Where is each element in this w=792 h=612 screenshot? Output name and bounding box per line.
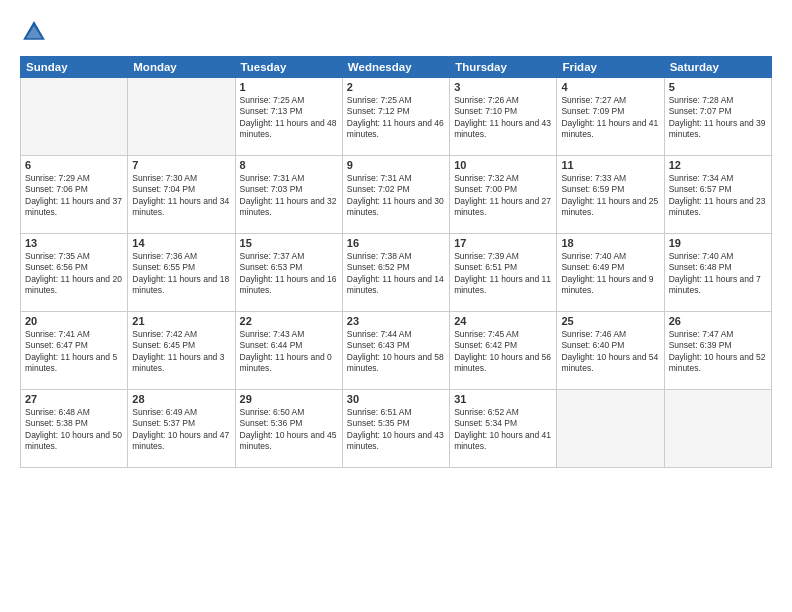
cell-info: Sunrise: 7:32 AMSunset: 7:00 PMDaylight:… xyxy=(454,173,552,219)
day-number: 3 xyxy=(454,81,552,93)
day-cell: 6Sunrise: 7:29 AMSunset: 7:06 PMDaylight… xyxy=(21,156,128,234)
day-number: 30 xyxy=(347,393,445,405)
day-cell: 20Sunrise: 7:41 AMSunset: 6:47 PMDayligh… xyxy=(21,312,128,390)
day-number: 8 xyxy=(240,159,338,171)
cell-info: Sunrise: 7:47 AMSunset: 6:39 PMDaylight:… xyxy=(669,329,767,375)
day-cell: 13Sunrise: 7:35 AMSunset: 6:56 PMDayligh… xyxy=(21,234,128,312)
header-cell-friday: Friday xyxy=(557,57,664,78)
day-cell: 9Sunrise: 7:31 AMSunset: 7:02 PMDaylight… xyxy=(342,156,449,234)
calendar-body: 1Sunrise: 7:25 AMSunset: 7:13 PMDaylight… xyxy=(21,78,772,468)
day-number: 21 xyxy=(132,315,230,327)
day-cell: 25Sunrise: 7:46 AMSunset: 6:40 PMDayligh… xyxy=(557,312,664,390)
day-cell: 18Sunrise: 7:40 AMSunset: 6:49 PMDayligh… xyxy=(557,234,664,312)
day-number: 11 xyxy=(561,159,659,171)
cell-info: Sunrise: 6:51 AMSunset: 5:35 PMDaylight:… xyxy=(347,407,445,453)
cell-info: Sunrise: 6:52 AMSunset: 5:34 PMDaylight:… xyxy=(454,407,552,453)
day-number: 19 xyxy=(669,237,767,249)
day-number: 23 xyxy=(347,315,445,327)
cell-info: Sunrise: 7:30 AMSunset: 7:04 PMDaylight:… xyxy=(132,173,230,219)
day-number: 9 xyxy=(347,159,445,171)
day-number: 10 xyxy=(454,159,552,171)
day-number: 2 xyxy=(347,81,445,93)
cell-info: Sunrise: 7:37 AMSunset: 6:53 PMDaylight:… xyxy=(240,251,338,297)
day-number: 17 xyxy=(454,237,552,249)
day-cell: 11Sunrise: 7:33 AMSunset: 6:59 PMDayligh… xyxy=(557,156,664,234)
day-number: 27 xyxy=(25,393,123,405)
day-number: 31 xyxy=(454,393,552,405)
cell-info: Sunrise: 7:31 AMSunset: 7:02 PMDaylight:… xyxy=(347,173,445,219)
day-cell: 1Sunrise: 7:25 AMSunset: 7:13 PMDaylight… xyxy=(235,78,342,156)
week-row-1: 1Sunrise: 7:25 AMSunset: 7:13 PMDaylight… xyxy=(21,78,772,156)
day-cell: 22Sunrise: 7:43 AMSunset: 6:44 PMDayligh… xyxy=(235,312,342,390)
cell-info: Sunrise: 7:46 AMSunset: 6:40 PMDaylight:… xyxy=(561,329,659,375)
day-cell: 19Sunrise: 7:40 AMSunset: 6:48 PMDayligh… xyxy=(664,234,771,312)
header-cell-sunday: Sunday xyxy=(21,57,128,78)
day-cell: 15Sunrise: 7:37 AMSunset: 6:53 PMDayligh… xyxy=(235,234,342,312)
day-cell: 31Sunrise: 6:52 AMSunset: 5:34 PMDayligh… xyxy=(450,390,557,468)
day-cell xyxy=(557,390,664,468)
cell-info: Sunrise: 6:49 AMSunset: 5:37 PMDaylight:… xyxy=(132,407,230,453)
cell-info: Sunrise: 7:26 AMSunset: 7:10 PMDaylight:… xyxy=(454,95,552,141)
day-number: 12 xyxy=(669,159,767,171)
day-cell: 27Sunrise: 6:48 AMSunset: 5:38 PMDayligh… xyxy=(21,390,128,468)
cell-info: Sunrise: 7:36 AMSunset: 6:55 PMDaylight:… xyxy=(132,251,230,297)
day-number: 15 xyxy=(240,237,338,249)
day-cell: 7Sunrise: 7:30 AMSunset: 7:04 PMDaylight… xyxy=(128,156,235,234)
page: SundayMondayTuesdayWednesdayThursdayFrid… xyxy=(0,0,792,612)
day-number: 7 xyxy=(132,159,230,171)
day-cell: 3Sunrise: 7:26 AMSunset: 7:10 PMDaylight… xyxy=(450,78,557,156)
day-cell: 17Sunrise: 7:39 AMSunset: 6:51 PMDayligh… xyxy=(450,234,557,312)
cell-info: Sunrise: 7:40 AMSunset: 6:48 PMDaylight:… xyxy=(669,251,767,297)
cell-info: Sunrise: 7:44 AMSunset: 6:43 PMDaylight:… xyxy=(347,329,445,375)
header-cell-monday: Monday xyxy=(128,57,235,78)
day-number: 5 xyxy=(669,81,767,93)
header-cell-saturday: Saturday xyxy=(664,57,771,78)
day-number: 16 xyxy=(347,237,445,249)
cell-info: Sunrise: 7:33 AMSunset: 6:59 PMDaylight:… xyxy=(561,173,659,219)
header-cell-thursday: Thursday xyxy=(450,57,557,78)
day-cell xyxy=(128,78,235,156)
cell-info: Sunrise: 7:41 AMSunset: 6:47 PMDaylight:… xyxy=(25,329,123,375)
day-cell: 5Sunrise: 7:28 AMSunset: 7:07 PMDaylight… xyxy=(664,78,771,156)
calendar-header-row: SundayMondayTuesdayWednesdayThursdayFrid… xyxy=(21,57,772,78)
day-cell: 12Sunrise: 7:34 AMSunset: 6:57 PMDayligh… xyxy=(664,156,771,234)
day-number: 4 xyxy=(561,81,659,93)
day-cell xyxy=(664,390,771,468)
week-row-2: 6Sunrise: 7:29 AMSunset: 7:06 PMDaylight… xyxy=(21,156,772,234)
cell-info: Sunrise: 7:31 AMSunset: 7:03 PMDaylight:… xyxy=(240,173,338,219)
day-cell: 2Sunrise: 7:25 AMSunset: 7:12 PMDaylight… xyxy=(342,78,449,156)
day-cell: 26Sunrise: 7:47 AMSunset: 6:39 PMDayligh… xyxy=(664,312,771,390)
header xyxy=(20,18,772,46)
cell-info: Sunrise: 7:28 AMSunset: 7:07 PMDaylight:… xyxy=(669,95,767,141)
week-row-4: 20Sunrise: 7:41 AMSunset: 6:47 PMDayligh… xyxy=(21,312,772,390)
day-cell: 21Sunrise: 7:42 AMSunset: 6:45 PMDayligh… xyxy=(128,312,235,390)
day-cell: 16Sunrise: 7:38 AMSunset: 6:52 PMDayligh… xyxy=(342,234,449,312)
day-number: 25 xyxy=(561,315,659,327)
day-number: 28 xyxy=(132,393,230,405)
logo-icon xyxy=(20,18,48,46)
cell-info: Sunrise: 7:38 AMSunset: 6:52 PMDaylight:… xyxy=(347,251,445,297)
day-number: 29 xyxy=(240,393,338,405)
calendar: SundayMondayTuesdayWednesdayThursdayFrid… xyxy=(20,56,772,468)
week-row-5: 27Sunrise: 6:48 AMSunset: 5:38 PMDayligh… xyxy=(21,390,772,468)
day-cell: 30Sunrise: 6:51 AMSunset: 5:35 PMDayligh… xyxy=(342,390,449,468)
header-cell-wednesday: Wednesday xyxy=(342,57,449,78)
day-number: 26 xyxy=(669,315,767,327)
cell-info: Sunrise: 7:42 AMSunset: 6:45 PMDaylight:… xyxy=(132,329,230,375)
cell-info: Sunrise: 6:48 AMSunset: 5:38 PMDaylight:… xyxy=(25,407,123,453)
day-number: 13 xyxy=(25,237,123,249)
day-number: 22 xyxy=(240,315,338,327)
cell-info: Sunrise: 7:25 AMSunset: 7:12 PMDaylight:… xyxy=(347,95,445,141)
day-cell: 24Sunrise: 7:45 AMSunset: 6:42 PMDayligh… xyxy=(450,312,557,390)
day-cell: 14Sunrise: 7:36 AMSunset: 6:55 PMDayligh… xyxy=(128,234,235,312)
logo xyxy=(20,18,52,46)
cell-info: Sunrise: 7:45 AMSunset: 6:42 PMDaylight:… xyxy=(454,329,552,375)
day-number: 18 xyxy=(561,237,659,249)
day-cell: 8Sunrise: 7:31 AMSunset: 7:03 PMDaylight… xyxy=(235,156,342,234)
cell-info: Sunrise: 7:35 AMSunset: 6:56 PMDaylight:… xyxy=(25,251,123,297)
cell-info: Sunrise: 7:40 AMSunset: 6:49 PMDaylight:… xyxy=(561,251,659,297)
cell-info: Sunrise: 7:27 AMSunset: 7:09 PMDaylight:… xyxy=(561,95,659,141)
day-cell: 10Sunrise: 7:32 AMSunset: 7:00 PMDayligh… xyxy=(450,156,557,234)
day-number: 20 xyxy=(25,315,123,327)
header-cell-tuesday: Tuesday xyxy=(235,57,342,78)
